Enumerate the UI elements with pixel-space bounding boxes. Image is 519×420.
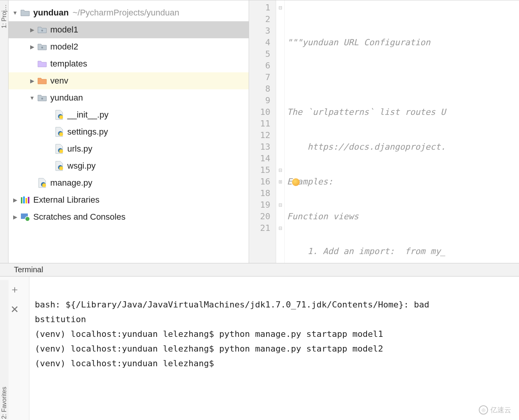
svg-point-12 — [42, 183, 46, 187]
chevron-right-icon[interactable]: ▶ — [29, 26, 36, 33]
project-name: yunduan — [33, 8, 69, 18]
svg-rect-15 — [26, 198, 27, 203]
tree-item-scratches[interactable]: ▶ Scratches and Consoles — [9, 208, 249, 225]
terminal-line: bstitution — [35, 314, 86, 324]
chevron-right-icon[interactable]: ▶ — [29, 77, 36, 84]
terminal-line: (venv) localhost:yunduan lelezhang$ pyth… — [35, 329, 383, 339]
code-content[interactable]: """yunduan URL Configuration The `urlpat… — [285, 0, 519, 263]
svg-rect-14 — [23, 196, 25, 203]
svg-point-6 — [59, 132, 63, 136]
tree-item-init-py[interactable]: __init__.py — [9, 106, 249, 123]
terminal-output[interactable]: bash: ${/Library/Java/JavaVirtualMachine… — [29, 277, 519, 420]
tree-item-wsgi-py[interactable]: wsgi.py — [9, 157, 249, 174]
tree-label: venv — [50, 76, 68, 86]
python-file-icon — [54, 161, 64, 171]
tree-label: __init__.py — [67, 110, 108, 120]
close-session-button[interactable]: ✕ — [9, 304, 20, 315]
fold-minus-icon[interactable]: ⊟ — [276, 199, 284, 211]
tree-item-settings-py[interactable]: settings.py — [9, 123, 249, 140]
tree-label: urls.py — [67, 144, 92, 154]
tree-label: templates — [50, 59, 87, 69]
chevron-down-icon[interactable]: ▼ — [29, 94, 36, 101]
favorites-rail[interactable]: 2: Favorites — [0, 280, 9, 419]
tree-label: model1 — [50, 25, 78, 35]
tree-root[interactable]: ▼ yunduan ~/PycharmProjects/yunduan — [9, 4, 249, 21]
svg-point-1 — [41, 47, 43, 48]
package-folder-icon — [37, 25, 47, 35]
watermark-icon: ◎ — [479, 405, 488, 415]
tree-label: wsgi.py — [67, 161, 96, 171]
svg-point-10 — [59, 166, 63, 170]
external-libraries-icon — [20, 195, 30, 205]
svg-point-8 — [59, 149, 63, 153]
tree-label: manage.py — [50, 178, 92, 188]
templates-folder-icon — [37, 59, 47, 69]
terminal-panel: Terminal ＋ ✕ bash: ${/Library/Java/JavaV… — [0, 263, 519, 420]
left-tool-rail[interactable]: 1: Proj… — [0, 0, 9, 263]
project-tree[interactable]: ▼ yunduan ~/PycharmProjects/yunduan ▶ mo… — [9, 0, 249, 263]
project-folder-icon — [20, 8, 30, 18]
venv-folder-icon — [37, 76, 47, 86]
tree-item-manage-py[interactable]: manage.py — [9, 174, 249, 191]
tree-label: settings.py — [67, 127, 108, 137]
scratches-icon — [20, 212, 30, 222]
chevron-down-icon[interactable]: ▼ — [12, 9, 19, 16]
line-gutter: 1 2 3 4 5 6 7 8 9 10 11 12 13 14 15 16 1… — [249, 0, 276, 263]
fold-end-icon[interactable]: ⊟ — [276, 164, 284, 176]
tree-item-urls-py[interactable]: urls.py — [9, 140, 249, 157]
package-folder-icon — [37, 42, 47, 52]
tree-item-yunduan[interactable]: ▼ yunduan — [9, 89, 249, 106]
terminal-tab[interactable]: Terminal — [0, 263, 519, 277]
python-file-icon — [54, 110, 64, 120]
svg-point-18 — [25, 217, 30, 221]
terminal-line: (venv) localhost:yunduan lelezhang$ — [35, 359, 219, 368]
tree-item-model2[interactable]: ▶ model2 — [9, 38, 249, 55]
svg-point-4 — [59, 115, 63, 119]
chevron-right-icon[interactable]: ▶ — [12, 196, 19, 203]
svg-rect-16 — [28, 197, 29, 203]
tree-item-model1[interactable]: ▶ model1 — [9, 21, 249, 38]
chevron-right-icon[interactable]: ▶ — [29, 43, 36, 50]
new-session-button[interactable]: ＋ — [9, 283, 20, 295]
watermark: ◎ 亿速云 — [479, 405, 511, 415]
tree-label: yunduan — [50, 93, 83, 103]
terminal-title: Terminal — [14, 265, 43, 274]
tree-label: External Libraries — [33, 195, 99, 205]
tree-item-templates[interactable]: templates — [9, 55, 249, 72]
tree-label: model2 — [50, 42, 78, 52]
terminal-line: bash: ${/Library/Java/JavaVirtualMachine… — [35, 300, 434, 309]
code-editor[interactable]: 1 2 3 4 5 6 7 8 9 10 11 12 13 14 15 16 1… — [249, 0, 519, 263]
intention-bulb-icon[interactable] — [292, 178, 300, 186]
terminal-line: (venv) localhost:yunduan lelezhang$ pyth… — [35, 344, 383, 353]
project-path: ~/PycharmProjects/yunduan — [73, 8, 179, 18]
tree-item-external-libraries[interactable]: ▶ External Libraries — [9, 191, 249, 208]
project-rail-label: 1: Proj… — [1, 4, 8, 28]
svg-point-2 — [41, 98, 43, 99]
fold-minus-icon[interactable]: ⊟ — [276, 2, 284, 14]
tree-label: Scratches and Consoles — [33, 212, 125, 222]
python-file-icon — [54, 144, 64, 154]
fold-column[interactable]: ⊟ ⊟ ⊞ ⊟ ⊟ — [276, 0, 285, 263]
svg-rect-13 — [21, 197, 22, 203]
python-file-icon — [37, 178, 47, 188]
fold-end-icon[interactable]: ⊟ — [276, 222, 284, 234]
svg-point-0 — [41, 30, 43, 31]
python-file-icon — [54, 127, 64, 137]
package-folder-icon — [37, 93, 47, 103]
fold-plus-icon[interactable]: ⊞ — [276, 176, 284, 188]
favorites-rail-label: 2: Favorites — [1, 384, 8, 419]
chevron-right-icon[interactable]: ▶ — [12, 213, 19, 220]
tree-item-venv[interactable]: ▶ venv — [9, 72, 249, 89]
